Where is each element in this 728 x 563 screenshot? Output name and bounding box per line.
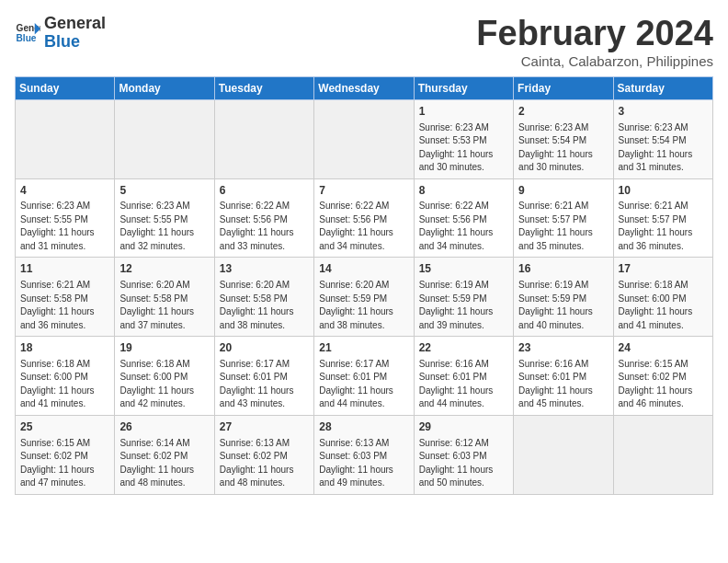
day-number: 16 bbox=[518, 261, 608, 277]
day-number: 12 bbox=[119, 261, 209, 277]
calendar-cell: 10Sunrise: 6:21 AM Sunset: 5:57 PM Dayli… bbox=[613, 178, 712, 258]
cell-info: Sunrise: 6:23 AM Sunset: 5:55 PM Dayligh… bbox=[20, 200, 109, 253]
cell-info: Sunrise: 6:16 AM Sunset: 6:01 PM Dayligh… bbox=[419, 358, 508, 411]
col-header-wednesday: Wednesday bbox=[314, 76, 414, 99]
calendar-cell: 25Sunrise: 6:15 AM Sunset: 6:02 PM Dayli… bbox=[16, 415, 115, 494]
calendar-cell bbox=[314, 99, 414, 178]
calendar-cell: 12Sunrise: 6:20 AM Sunset: 5:58 PM Dayli… bbox=[115, 258, 214, 337]
calendar-cell bbox=[214, 99, 313, 178]
cell-info: Sunrise: 6:18 AM Sunset: 6:00 PM Dayligh… bbox=[119, 358, 209, 411]
calendar-cell: 24Sunrise: 6:15 AM Sunset: 6:02 PM Dayli… bbox=[613, 337, 712, 416]
cell-info: Sunrise: 6:17 AM Sunset: 6:01 PM Dayligh… bbox=[319, 358, 408, 411]
cell-info: Sunrise: 6:22 AM Sunset: 5:56 PM Dayligh… bbox=[220, 200, 309, 253]
calendar-cell: 21Sunrise: 6:17 AM Sunset: 6:01 PM Dayli… bbox=[314, 337, 414, 416]
col-header-monday: Monday bbox=[115, 76, 214, 99]
cell-info: Sunrise: 6:20 AM Sunset: 5:58 PM Dayligh… bbox=[220, 279, 309, 332]
cell-info: Sunrise: 6:21 AM Sunset: 5:57 PM Dayligh… bbox=[518, 200, 608, 253]
calendar-cell bbox=[514, 415, 613, 494]
logo: General Blue General Blue bbox=[15, 15, 106, 52]
cell-info: Sunrise: 6:21 AM Sunset: 5:57 PM Dayligh… bbox=[619, 200, 708, 253]
month-title: February 2024 bbox=[476, 15, 713, 53]
cell-info: Sunrise: 6:22 AM Sunset: 5:56 PM Dayligh… bbox=[319, 200, 408, 253]
day-number: 10 bbox=[619, 183, 708, 199]
calendar-cell: 11Sunrise: 6:21 AM Sunset: 5:58 PM Dayli… bbox=[16, 258, 115, 337]
calendar-cell bbox=[115, 99, 214, 178]
calendar-header-row: SundayMondayTuesdayWednesdayThursdayFrid… bbox=[16, 76, 713, 99]
week-row-5: 25Sunrise: 6:15 AM Sunset: 6:02 PM Dayli… bbox=[16, 415, 713, 494]
calendar-cell: 8Sunrise: 6:22 AM Sunset: 5:56 PM Daylig… bbox=[414, 178, 513, 258]
calendar-table: SundayMondayTuesdayWednesdayThursdayFrid… bbox=[15, 76, 713, 495]
calendar-cell bbox=[16, 99, 115, 178]
calendar-cell: 23Sunrise: 6:16 AM Sunset: 6:01 PM Dayli… bbox=[514, 337, 613, 416]
week-row-3: 11Sunrise: 6:21 AM Sunset: 5:58 PM Dayli… bbox=[16, 258, 713, 337]
logo-text-general: General bbox=[44, 15, 106, 33]
cell-info: Sunrise: 6:22 AM Sunset: 5:56 PM Dayligh… bbox=[419, 200, 508, 253]
cell-info: Sunrise: 6:15 AM Sunset: 6:02 PM Dayligh… bbox=[619, 358, 708, 411]
logo-icon: General Blue bbox=[15, 20, 40, 46]
cell-info: Sunrise: 6:15 AM Sunset: 6:02 PM Dayligh… bbox=[20, 437, 109, 490]
location-subtitle: Cainta, Calabarzon, Philippines bbox=[476, 53, 713, 69]
day-number: 6 bbox=[220, 183, 309, 199]
calendar-cell: 18Sunrise: 6:18 AM Sunset: 6:00 PM Dayli… bbox=[16, 337, 115, 416]
day-number: 3 bbox=[619, 104, 708, 120]
calendar-cell: 1Sunrise: 6:23 AM Sunset: 5:53 PM Daylig… bbox=[414, 99, 513, 178]
cell-info: Sunrise: 6:13 AM Sunset: 6:02 PM Dayligh… bbox=[220, 437, 309, 490]
calendar-cell: 19Sunrise: 6:18 AM Sunset: 6:00 PM Dayli… bbox=[115, 337, 214, 416]
calendar-cell: 4Sunrise: 6:23 AM Sunset: 5:55 PM Daylig… bbox=[16, 178, 115, 258]
col-header-tuesday: Tuesday bbox=[214, 76, 313, 99]
cell-info: Sunrise: 6:12 AM Sunset: 6:03 PM Dayligh… bbox=[419, 437, 508, 490]
day-number: 28 bbox=[319, 419, 408, 435]
day-number: 27 bbox=[220, 419, 309, 435]
cell-info: Sunrise: 6:18 AM Sunset: 6:00 PM Dayligh… bbox=[20, 358, 109, 411]
page-header: General Blue General Blue February 2024 … bbox=[15, 15, 713, 69]
day-number: 21 bbox=[319, 340, 408, 356]
cell-info: Sunrise: 6:23 AM Sunset: 5:54 PM Dayligh… bbox=[518, 121, 608, 175]
col-header-saturday: Saturday bbox=[613, 76, 712, 99]
calendar-cell: 16Sunrise: 6:19 AM Sunset: 5:59 PM Dayli… bbox=[514, 258, 613, 337]
cell-info: Sunrise: 6:14 AM Sunset: 6:02 PM Dayligh… bbox=[119, 437, 209, 490]
day-number: 4 bbox=[20, 183, 109, 199]
svg-text:Blue: Blue bbox=[17, 33, 37, 43]
day-number: 1 bbox=[419, 104, 508, 120]
day-number: 8 bbox=[419, 183, 508, 199]
day-number: 23 bbox=[518, 340, 608, 356]
calendar-cell: 7Sunrise: 6:22 AM Sunset: 5:56 PM Daylig… bbox=[314, 178, 414, 258]
calendar-cell: 2Sunrise: 6:23 AM Sunset: 5:54 PM Daylig… bbox=[514, 99, 613, 178]
day-number: 17 bbox=[619, 261, 708, 277]
week-row-1: 1Sunrise: 6:23 AM Sunset: 5:53 PM Daylig… bbox=[16, 99, 713, 178]
cell-info: Sunrise: 6:13 AM Sunset: 6:03 PM Dayligh… bbox=[319, 437, 408, 490]
calendar-cell: 22Sunrise: 6:16 AM Sunset: 6:01 PM Dayli… bbox=[414, 337, 513, 416]
calendar-cell: 29Sunrise: 6:12 AM Sunset: 6:03 PM Dayli… bbox=[414, 415, 513, 494]
calendar-cell: 14Sunrise: 6:20 AM Sunset: 5:59 PM Dayli… bbox=[314, 258, 414, 337]
calendar-cell bbox=[613, 415, 712, 494]
title-block: February 2024 Cainta, Calabarzon, Philip… bbox=[476, 15, 713, 69]
day-number: 22 bbox=[419, 340, 508, 356]
day-number: 13 bbox=[220, 261, 309, 277]
col-header-sunday: Sunday bbox=[16, 76, 115, 99]
cell-info: Sunrise: 6:19 AM Sunset: 5:59 PM Dayligh… bbox=[518, 279, 608, 332]
calendar-cell: 28Sunrise: 6:13 AM Sunset: 6:03 PM Dayli… bbox=[314, 415, 414, 494]
calendar-cell: 3Sunrise: 6:23 AM Sunset: 5:54 PM Daylig… bbox=[613, 99, 712, 178]
calendar-cell: 9Sunrise: 6:21 AM Sunset: 5:57 PM Daylig… bbox=[514, 178, 613, 258]
calendar-cell: 6Sunrise: 6:22 AM Sunset: 5:56 PM Daylig… bbox=[214, 178, 313, 258]
calendar-cell: 27Sunrise: 6:13 AM Sunset: 6:02 PM Dayli… bbox=[214, 415, 313, 494]
cell-info: Sunrise: 6:23 AM Sunset: 5:53 PM Dayligh… bbox=[419, 121, 508, 175]
cell-info: Sunrise: 6:20 AM Sunset: 5:58 PM Dayligh… bbox=[119, 279, 209, 332]
day-number: 14 bbox=[319, 261, 408, 277]
day-number: 2 bbox=[518, 104, 608, 120]
calendar-cell: 17Sunrise: 6:18 AM Sunset: 6:00 PM Dayli… bbox=[613, 258, 712, 337]
day-number: 19 bbox=[119, 340, 209, 356]
col-header-thursday: Thursday bbox=[414, 76, 513, 99]
day-number: 26 bbox=[119, 419, 209, 435]
calendar-cell: 13Sunrise: 6:20 AM Sunset: 5:58 PM Dayli… bbox=[214, 258, 313, 337]
day-number: 15 bbox=[419, 261, 508, 277]
day-number: 7 bbox=[319, 183, 408, 199]
cell-info: Sunrise: 6:16 AM Sunset: 6:01 PM Dayligh… bbox=[518, 358, 608, 411]
cell-info: Sunrise: 6:20 AM Sunset: 5:59 PM Dayligh… bbox=[319, 279, 408, 332]
cell-info: Sunrise: 6:18 AM Sunset: 6:00 PM Dayligh… bbox=[619, 279, 708, 332]
day-number: 9 bbox=[518, 183, 608, 199]
cell-info: Sunrise: 6:19 AM Sunset: 5:59 PM Dayligh… bbox=[419, 279, 508, 332]
week-row-2: 4Sunrise: 6:23 AM Sunset: 5:55 PM Daylig… bbox=[16, 178, 713, 258]
calendar-cell: 26Sunrise: 6:14 AM Sunset: 6:02 PM Dayli… bbox=[115, 415, 214, 494]
calendar-cell: 5Sunrise: 6:23 AM Sunset: 5:55 PM Daylig… bbox=[115, 178, 214, 258]
